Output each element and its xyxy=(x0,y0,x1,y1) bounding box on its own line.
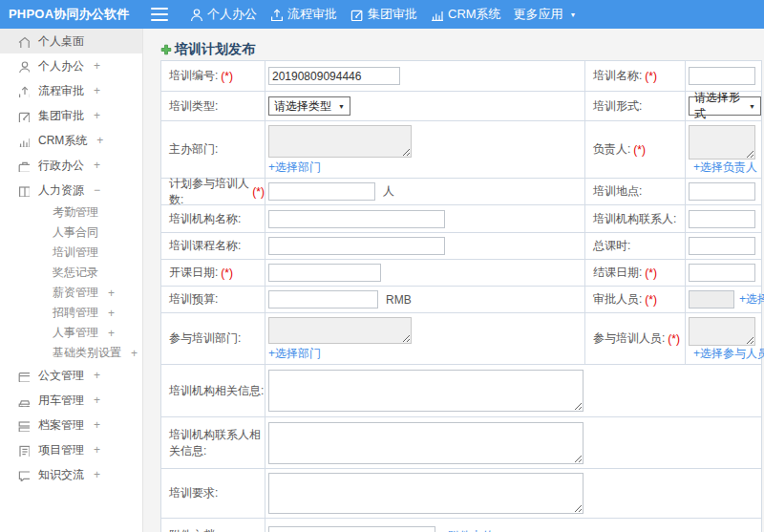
topbar: PHPOA协同办公软件 个人办公 流程审批 集团审批 CRM系统 更多应用 ▼ xyxy=(0,0,764,29)
edit-icon xyxy=(350,8,363,21)
sidebar-item-crm[interactable]: CRM系统 + xyxy=(0,128,142,153)
org-info-textarea[interactable] xyxy=(268,370,584,412)
sidebar-item-archive[interactable]: 档案管理 + xyxy=(0,413,142,437)
bar-chart-icon xyxy=(17,135,30,147)
menu-toggle-icon[interactable] xyxy=(151,8,168,21)
expand-plus-icon[interactable]: + xyxy=(94,418,100,432)
nav-group-approval[interactable]: 集团审批 xyxy=(350,6,417,23)
expand-plus-icon[interactable]: + xyxy=(131,347,138,360)
training-type-select[interactable]: 请选择类型▼ xyxy=(268,96,350,116)
car-icon xyxy=(17,394,30,407)
field-label: 培训机构联系人: xyxy=(585,205,686,232)
select-join-dept-link[interactable]: +选择部门 xyxy=(268,346,321,362)
archive-icon xyxy=(17,419,30,432)
collapse-minus-icon[interactable]: − xyxy=(94,183,100,197)
sidebar-item-admin-office[interactable]: 行政办公 + xyxy=(0,153,142,178)
field-label: 培训形式: xyxy=(585,92,686,120)
select-approver-link[interactable]: +选择审批人员 xyxy=(739,291,764,308)
field-label: 培训课程名称: xyxy=(161,233,265,259)
main-content: 培训计划发布 培训编号:(*) 培训名称:(*) 培训类型: 请选择类型▼ xyxy=(143,29,764,532)
select-join-people-link[interactable]: +选择参与人员 xyxy=(693,346,764,362)
home-icon xyxy=(17,35,30,48)
upload-icon xyxy=(269,8,283,21)
org-contact-info-textarea[interactable] xyxy=(268,422,584,464)
budget-input[interactable] xyxy=(268,290,378,309)
sidebar-subitem-recruit[interactable]: 招聘管理 + xyxy=(0,303,142,323)
expand-plus-icon[interactable]: + xyxy=(94,394,100,407)
expand-plus-icon[interactable]: + xyxy=(108,287,115,300)
sidebar-item-project[interactable]: 项目管理 + xyxy=(0,437,142,462)
course-name-input[interactable] xyxy=(268,237,445,255)
attachment-input[interactable] xyxy=(268,526,435,532)
field-label: 审批人员:(*) xyxy=(585,287,686,312)
field-label: 培训要求: xyxy=(161,469,265,518)
training-form-select[interactable]: 请选择形式▼ xyxy=(689,96,761,116)
training-name-input[interactable] xyxy=(689,67,755,85)
briefcase-icon xyxy=(17,160,30,172)
sidebar-item-hr[interactable]: 人力资源 − xyxy=(0,178,142,202)
expand-plus-icon[interactable]: + xyxy=(94,84,100,97)
field-label: 培训机构名称: xyxy=(161,205,265,232)
leader-textarea[interactable] xyxy=(689,125,755,160)
expand-plus-icon[interactable]: + xyxy=(94,159,100,172)
upload-icon xyxy=(17,85,30,97)
sidebar-subitem-attendance[interactable]: 考勤管理 xyxy=(0,202,142,223)
book-icon xyxy=(17,184,30,197)
start-date-input[interactable] xyxy=(268,264,381,282)
expand-plus-icon[interactable]: + xyxy=(94,468,100,481)
caret-down-icon: ▼ xyxy=(570,11,577,18)
training-number-input[interactable] xyxy=(268,67,400,85)
org-name-input[interactable] xyxy=(268,210,445,228)
end-date-input[interactable] xyxy=(689,264,755,282)
field-label: 培训机构联系人相关信息: xyxy=(161,417,265,468)
chat-icon xyxy=(17,469,30,481)
expand-plus-icon[interactable]: + xyxy=(94,109,100,122)
sidebar-item-group-approval[interactable]: 集团审批 + xyxy=(0,103,142,128)
sidebar-subitem-personnel[interactable]: 人事管理 + xyxy=(0,323,142,343)
expand-plus-icon[interactable]: + xyxy=(108,307,115,320)
sidebar-subitem-salary[interactable]: 薪资管理 + xyxy=(0,283,142,303)
nav-personal-office[interactable]: 个人办公 xyxy=(189,6,257,23)
select-dept-link[interactable]: +选择部门 xyxy=(268,160,321,176)
sidebar-item-knowledge[interactable]: 知识交流 + xyxy=(0,462,142,487)
host-dept-textarea[interactable] xyxy=(268,125,412,158)
training-place-input[interactable] xyxy=(689,182,755,201)
expand-plus-icon[interactable]: + xyxy=(94,443,100,457)
document-icon xyxy=(17,370,30,382)
user-icon xyxy=(17,60,30,73)
sidebar-subitem-base-category[interactable]: 基础类别设置 + xyxy=(0,343,142,363)
chevron-down-icon: ▼ xyxy=(749,103,755,110)
field-label: 培训名称:(*) xyxy=(585,61,686,91)
requirement-textarea[interactable] xyxy=(268,473,584,514)
sidebar-item-personal-office[interactable]: 个人办公 + xyxy=(0,53,142,78)
sidebar-item-official-doc[interactable]: 公文管理 + xyxy=(0,363,142,388)
org-contact-input[interactable] xyxy=(689,210,755,228)
top-nav: 个人办公 流程审批 集团审批 CRM系统 更多应用 ▼ xyxy=(189,6,577,23)
sidebar-subitem-hr-contract[interactable]: 人事合同 xyxy=(0,223,142,243)
join-dept-textarea[interactable] xyxy=(268,317,412,344)
approver-input[interactable] xyxy=(689,290,734,309)
expand-plus-icon[interactable]: + xyxy=(96,134,103,147)
participant-count-input[interactable] xyxy=(268,182,375,201)
expand-plus-icon[interactable]: + xyxy=(94,59,100,73)
nav-workflow-approval[interactable]: 流程审批 xyxy=(269,6,337,23)
nav-crm-system[interactable]: CRM系统 xyxy=(430,6,501,23)
sidebar-item-vehicle[interactable]: 用车管理 + xyxy=(0,388,142,413)
sidebar-item-personal-desktop[interactable]: 个人桌面 xyxy=(0,29,142,53)
sidebar-subitem-training[interactable]: 培训管理 xyxy=(0,243,142,263)
sidebar-item-workflow-approval[interactable]: 流程审批 + xyxy=(0,78,142,103)
select-leader-link[interactable]: +选择负责人 xyxy=(693,160,757,176)
expand-plus-icon[interactable]: + xyxy=(108,327,115,340)
project-icon xyxy=(17,444,30,457)
app-logo: PHPOA协同办公软件 xyxy=(0,6,143,23)
sidebar-subitem-reward-record[interactable]: 奖惩记录 xyxy=(0,263,142,283)
user-icon xyxy=(189,8,202,21)
expand-plus-icon[interactable]: + xyxy=(94,369,100,382)
attachment-upload-link[interactable]: +附件上传 xyxy=(441,528,494,532)
field-label: 培训编号:(*) xyxy=(161,61,265,91)
field-label: 培训预算: xyxy=(161,287,265,312)
nav-more-apps[interactable]: 更多应用 ▼ xyxy=(514,6,577,23)
total-hours-input[interactable] xyxy=(689,237,755,255)
field-label: 参与培训部门: xyxy=(161,313,265,364)
join-people-textarea[interactable] xyxy=(689,317,755,346)
